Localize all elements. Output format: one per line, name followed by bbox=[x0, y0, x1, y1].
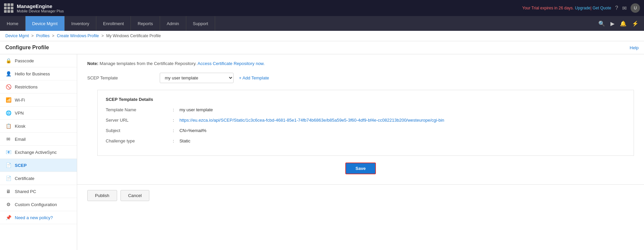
nav-admin[interactable]: Admin bbox=[160, 16, 186, 31]
scep-template-select[interactable]: my user template bbox=[160, 73, 234, 83]
save-area: Save bbox=[87, 163, 634, 174]
scep-icon: 📄 bbox=[5, 162, 11, 168]
main-layout: 🔒 Passcode 👤 Hello for Business 🚫 Restri… bbox=[0, 54, 644, 250]
sidebar: 🔒 Passcode 👤 Hello for Business 🚫 Restri… bbox=[0, 54, 77, 250]
vpn-icon: 🌐 bbox=[5, 110, 11, 116]
breadcrumb-profiles[interactable]: Profiles bbox=[36, 34, 50, 38]
top-bar-left: ManageEngine Mobile Device Manager Plus bbox=[4, 3, 64, 13]
sidebar-item-certificate[interactable]: 📄 Certificate bbox=[0, 172, 77, 185]
publish-button[interactable]: Publish bbox=[87, 190, 117, 201]
logo-main: ManageEngine bbox=[17, 3, 64, 9]
mail-icon[interactable]: ✉ bbox=[622, 5, 627, 11]
detail-challenge-type: Challenge type : Static bbox=[106, 138, 626, 143]
lock-icon: 🔒 bbox=[5, 58, 11, 64]
shared-pc-icon: 🖥 bbox=[5, 188, 11, 194]
content-area: Note: Manage templates from the Certific… bbox=[77, 54, 644, 250]
search-nav-icon[interactable]: 🔍 bbox=[598, 20, 605, 27]
sidebar-label-email: Email bbox=[15, 137, 26, 142]
detail-key-server-url: Server URL bbox=[106, 118, 173, 123]
save-button[interactable]: Save bbox=[345, 163, 376, 174]
nav-device-mgmt[interactable]: Device Mgmt bbox=[26, 16, 65, 31]
sidebar-item-email[interactable]: ✉ Email bbox=[0, 133, 77, 146]
breadcrumb: Device Mgmt > Profiles > Create Windows … bbox=[0, 31, 644, 41]
breadcrumb-current: My Windows Certificate Profile bbox=[106, 34, 161, 38]
grid-icon[interactable] bbox=[4, 3, 13, 13]
cancel-button[interactable]: Cancel bbox=[120, 190, 149, 201]
detail-val-server-url: https://eu.ezca.io/api/SCEP/Static/1c3c6… bbox=[180, 118, 444, 123]
detail-key-template-name: Template Name bbox=[106, 107, 173, 112]
top-bar: ManageEngine Mobile Device Manager Plus … bbox=[0, 0, 644, 16]
logo: ManageEngine Mobile Device Manager Plus bbox=[17, 3, 64, 13]
detail-key-subject: Subject bbox=[106, 128, 173, 133]
top-bar-right: Your Trial expires in 26 days. Upgrade| … bbox=[522, 3, 640, 13]
sidebar-item-scep[interactable]: 📄 SCEP bbox=[0, 159, 77, 172]
sidebar-label-kiosk: Kiosk bbox=[15, 124, 26, 129]
scep-template-label: SCEP Template bbox=[87, 75, 154, 80]
email-icon: ✉ bbox=[5, 136, 11, 142]
sidebar-label-new-policy: Need a new policy? bbox=[15, 215, 53, 220]
detail-val-template-name: my user template bbox=[180, 107, 213, 112]
detail-sep-4: : bbox=[173, 138, 174, 143]
sidebar-item-restrictions[interactable]: 🚫 Restrictions bbox=[0, 80, 77, 93]
new-policy-icon: 📌 bbox=[5, 214, 11, 221]
sidebar-label-passcode: Passcode bbox=[15, 58, 34, 63]
sidebar-label-certificate: Certificate bbox=[15, 176, 35, 181]
restrictions-icon: 🚫 bbox=[5, 84, 11, 90]
get-quote-link[interactable]: Get Quote bbox=[593, 6, 611, 10]
kiosk-icon: 📋 bbox=[5, 123, 11, 129]
sidebar-item-custom-configuration[interactable]: ⚙ Custom Configuration bbox=[0, 198, 77, 211]
bottom-actions: Publish Cancel bbox=[77, 185, 644, 206]
sidebar-label-exchange: Exchange ActiveSync bbox=[15, 150, 57, 155]
sidebar-item-exchange-activesync[interactable]: 📧 Exchange ActiveSync bbox=[0, 146, 77, 159]
page-title: Configure Profile bbox=[5, 45, 49, 51]
scep-template-details: SCEP Template Details Template Name : my… bbox=[97, 90, 634, 156]
help-link[interactable]: Help bbox=[630, 45, 639, 50]
lightning-icon[interactable]: ⚡ bbox=[632, 20, 639, 27]
sidebar-label-vpn: VPN bbox=[15, 111, 24, 116]
scep-template-row: SCEP Template my user template + Add Tem… bbox=[87, 73, 634, 83]
sidebar-item-hello-for-business[interactable]: 👤 Hello for Business bbox=[0, 67, 77, 80]
breadcrumb-sep2: > bbox=[52, 34, 55, 38]
custom-config-icon: ⚙ bbox=[5, 201, 11, 207]
detail-sep-1: : bbox=[173, 107, 174, 112]
details-title: SCEP Template Details bbox=[106, 97, 626, 102]
help-icon[interactable]: ? bbox=[615, 5, 618, 11]
sidebar-item-passcode[interactable]: 🔒 Passcode bbox=[0, 54, 77, 67]
upgrade-link[interactable]: Upgrade bbox=[575, 6, 590, 10]
note-label: Note: bbox=[87, 61, 98, 66]
detail-sep-3: : bbox=[173, 128, 174, 133]
nav-support[interactable]: Support bbox=[186, 16, 215, 31]
breadcrumb-device-mgmt[interactable]: Device Mgmt bbox=[5, 34, 29, 38]
sidebar-label-scep: SCEP bbox=[15, 163, 27, 168]
avatar[interactable]: U bbox=[631, 3, 640, 13]
breadcrumb-create-windows-profile[interactable]: Create Windows Profile bbox=[57, 34, 99, 38]
nav-right-icons: 🔍 ▶ 🔔 ⚡ bbox=[598, 20, 644, 27]
exchange-icon: 📧 bbox=[5, 149, 11, 155]
logo-sub: Mobile Device Manager Plus bbox=[17, 9, 64, 13]
sidebar-label-shared-pc: Shared PC bbox=[15, 189, 36, 194]
nav-reports[interactable]: Reports bbox=[131, 16, 160, 31]
nav-inventory[interactable]: Inventory bbox=[65, 16, 96, 31]
access-repo-link[interactable]: Access Certificate Repository now. bbox=[198, 61, 265, 66]
hello-icon: 👤 bbox=[5, 71, 11, 77]
nav-home[interactable]: Home bbox=[0, 16, 26, 31]
sidebar-label-wifi: Wi-Fi bbox=[15, 98, 25, 103]
sidebar-item-vpn[interactable]: 🌐 VPN bbox=[0, 107, 77, 120]
detail-server-url: Server URL : https://eu.ezca.io/api/SCEP… bbox=[106, 118, 626, 123]
sidebar-label-hello: Hello for Business bbox=[15, 71, 50, 76]
detail-subject: Subject : CN=%email% bbox=[106, 128, 626, 133]
sidebar-item-shared-pc[interactable]: 🖥 Shared PC bbox=[0, 185, 77, 198]
wifi-icon: 📶 bbox=[5, 97, 11, 103]
nav-enrollment[interactable]: Enrollment bbox=[96, 16, 131, 31]
sidebar-label-restrictions: Restrictions bbox=[15, 84, 38, 89]
sidebar-item-new-policy[interactable]: 📌 Need a new policy? bbox=[0, 211, 77, 224]
video-icon[interactable]: ▶ bbox=[610, 20, 614, 27]
add-template-link[interactable]: + Add Template bbox=[239, 75, 269, 80]
bell-icon[interactable]: 🔔 bbox=[620, 20, 627, 27]
breadcrumb-sep3: > bbox=[101, 34, 105, 38]
sidebar-item-wifi[interactable]: 📶 Wi-Fi bbox=[0, 93, 77, 107]
content-inner: Note: Manage templates from the Certific… bbox=[77, 54, 644, 184]
note-text: Note: Manage templates from the Certific… bbox=[87, 61, 634, 66]
certificate-icon: 📄 bbox=[5, 175, 11, 181]
sidebar-item-kiosk[interactable]: 📋 Kiosk bbox=[0, 120, 77, 133]
